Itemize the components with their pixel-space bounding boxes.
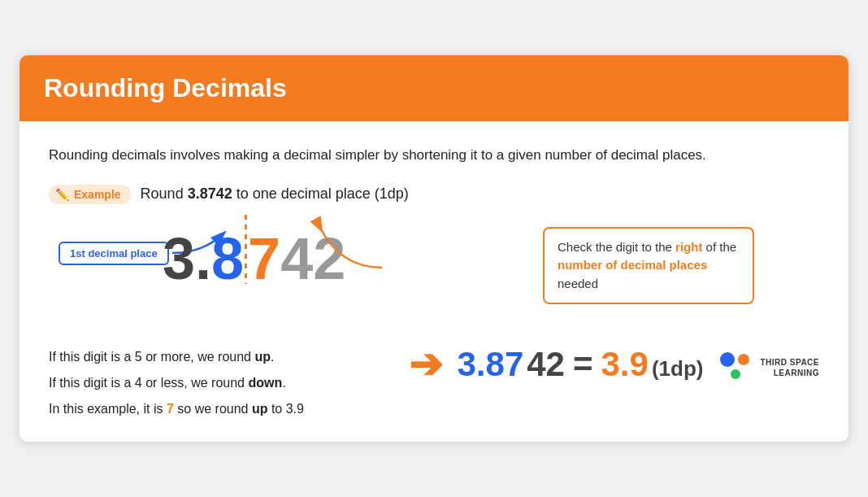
callout-dp: number of decimal places: [558, 258, 707, 272]
rule3-pre: In this example, it is: [49, 402, 167, 416]
svg-point-0: [720, 352, 735, 367]
digit-7: 7: [248, 229, 280, 288]
rules-area: If this digit is a 5 or more, we round u…: [49, 344, 819, 422]
pencil-icon: ✏️: [55, 188, 69, 201]
example-row: ✏️ Example Round 3.8742 to one decimal p…: [49, 185, 819, 204]
rule1-post: .: [271, 350, 274, 364]
logo-line1: THIRD SPACE: [760, 357, 819, 368]
result-dp-label: (1dp): [652, 356, 704, 381]
rule2-post: .: [282, 376, 285, 390]
callout-text-post: needed: [558, 277, 598, 290]
logo-text: THIRD SPACE LEARNING: [760, 357, 819, 378]
header: Rounding Decimals: [20, 55, 848, 121]
separator-line: [245, 215, 247, 284]
logo-circles: [718, 351, 753, 384]
result-number-gray: 42: [527, 345, 565, 384]
result-number-blue: 3.87: [458, 345, 524, 384]
example-badge: ✏️ Example: [49, 185, 131, 204]
rule-line-1: If this digit is a 5 or more, we round u…: [49, 344, 304, 370]
digit-3: 3: [163, 229, 195, 288]
decimal-label-text: 1st decimal place: [70, 247, 158, 259]
rule3-bold: up: [252, 402, 268, 416]
callout-right: right: [675, 240, 702, 254]
decimal-label-box: 1st decimal place: [59, 242, 169, 265]
result-equation: 3.8742 = 3.9(1dp): [458, 345, 704, 384]
card: Rounding Decimals Rounding decimals invo…: [20, 55, 848, 441]
result-area: ➔ 3.8742 = 3.9(1dp): [409, 344, 819, 385]
rule-line-3: In this example, it is 7 so we round up …: [49, 396, 304, 422]
svg-point-2: [731, 369, 740, 379]
rules-text: If this digit is a 5 or more, we round u…: [49, 344, 304, 422]
logo-line2: LEARNING: [760, 368, 819, 378]
callout-text-mid: of the: [702, 240, 736, 254]
footer-logo: THIRD SPACE LEARNING: [718, 351, 819, 384]
digit-2: 2: [313, 229, 345, 288]
intro-text: Rounding decimals involves making a deci…: [49, 144, 819, 166]
callout-box: Check the digit to the right of the numb…: [543, 227, 754, 305]
callout-text-pre: Check the digit to the: [558, 240, 675, 254]
equals-sign: =: [568, 345, 598, 384]
result-arrow: ➔: [409, 344, 443, 385]
big-number-container: 3 . 8 7 4 2: [163, 219, 345, 288]
diagram-area: 1st decimal place 3 . 8 7: [49, 219, 819, 325]
page-title: Rounding Decimals: [44, 73, 824, 103]
rule3-mid: so we round: [174, 402, 252, 416]
digit-4: 4: [280, 229, 313, 288]
result-value-orange: 3.9: [601, 345, 649, 384]
example-instruction: Round 3.8742 to one decimal place (1dp): [141, 185, 409, 203]
big-number: 3 . 8 7 4 2: [163, 219, 345, 288]
rule1-bold: up: [254, 350, 271, 364]
digit-8: 8: [211, 229, 244, 288]
rule1-pre: If this digit is a 5 or more, we round: [49, 350, 254, 364]
rule3-orange: 7: [167, 402, 174, 416]
digit-dot: .: [195, 229, 211, 288]
rule3-post: to 3.9: [267, 402, 303, 416]
rule2-pre: If this digit is a 4 or less, we round: [49, 376, 248, 390]
rule-line-2: If this digit is a 4 or less, we round d…: [49, 370, 304, 396]
logo-svg: [718, 351, 753, 384]
content-area: Rounding decimals involves making a deci…: [20, 121, 848, 441]
rule2-bold: down: [248, 376, 282, 390]
svg-point-1: [738, 354, 749, 365]
example-label: Example: [74, 188, 121, 201]
